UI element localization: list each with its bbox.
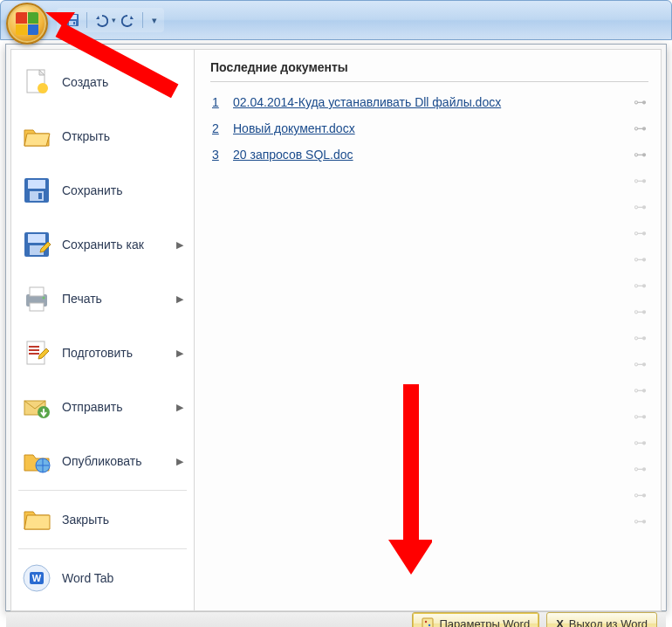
recent-documents-list: 102.04.2014-Куда устанавливать Dll файлы… bbox=[210, 89, 648, 168]
menu-item-label: Закрыть bbox=[62, 513, 109, 527]
pin-placeholder-icon: ⊶ bbox=[210, 299, 648, 325]
open-folder-icon bbox=[22, 121, 51, 151]
svg-point-26 bbox=[429, 624, 430, 626]
submenu-arrow-icon: ▶ bbox=[176, 293, 183, 305]
pin-placeholder-icon: ⊶ bbox=[210, 430, 648, 456]
word-options-label: Параметры Word bbox=[439, 617, 530, 628]
recent-doc-number: 2 bbox=[212, 121, 223, 135]
save-disk-icon bbox=[22, 176, 51, 205]
options-icon bbox=[422, 617, 434, 627]
printer-icon bbox=[22, 284, 51, 314]
menu-left-column: СоздатьОткрытьСохранитьСохранить как▶Печ… bbox=[11, 50, 195, 610]
pin-placeholder-icon: ⊶ bbox=[210, 272, 648, 299]
pin-icon[interactable]: ⊶ bbox=[634, 121, 647, 136]
pin-placeholder-icon: ⊶ bbox=[210, 194, 648, 220]
menu-item-label: Создать bbox=[62, 75, 108, 89]
menu-item-label: Открыть bbox=[62, 129, 110, 143]
menu-item-label: Опубликовать bbox=[62, 454, 142, 468]
recent-doc-name[interactable]: 02.04.2014-Куда устанавливать Dll файлы.… bbox=[233, 95, 623, 109]
menu-item-open[interactable]: Открыть bbox=[15, 109, 190, 163]
submenu-arrow-icon: ▶ bbox=[176, 402, 183, 413]
exit-word-label: Выход из Word bbox=[569, 617, 648, 628]
menu-item-close[interactable]: Закрыть bbox=[15, 493, 190, 547]
menu-item-label: Печать bbox=[62, 292, 102, 306]
svg-rect-11 bbox=[28, 234, 45, 243]
pin-placeholder-icon: ⊶ bbox=[210, 508, 648, 534]
publish-icon bbox=[22, 446, 51, 476]
new-doc-icon bbox=[22, 67, 51, 97]
menu-item-prepare[interactable]: Подготовить▶ bbox=[15, 326, 190, 380]
svg-rect-1 bbox=[68, 15, 77, 19]
prepare-icon bbox=[22, 338, 51, 368]
menu-item-wordtab[interactable]: WWord Tab bbox=[15, 551, 190, 605]
save-icon[interactable] bbox=[64, 11, 81, 29]
undo-icon[interactable] bbox=[93, 11, 110, 29]
send-icon bbox=[22, 392, 51, 422]
svg-rect-14 bbox=[30, 287, 44, 296]
menu-item-label: Подготовить bbox=[62, 346, 133, 360]
pin-placeholder-icon: ⊶ bbox=[210, 220, 648, 246]
menu-item-label: Сохранить bbox=[62, 183, 123, 197]
office-menu-panel: СоздатьОткрытьСохранитьСохранить как▶Печ… bbox=[5, 44, 667, 611]
pin-placeholder-icon: ⊶ bbox=[210, 456, 648, 482]
menu-item-label: Сохранить как bbox=[62, 238, 144, 251]
word-options-button[interactable]: Параметры Word bbox=[412, 612, 539, 627]
quick-access-toolbar: ▾ ▾ bbox=[57, 8, 164, 32]
svg-rect-7 bbox=[28, 180, 45, 189]
recent-document-item[interactable]: 2Новый документ.docx⊶ bbox=[210, 115, 648, 141]
title-bar: ▾ ▾ bbox=[0, 0, 672, 40]
svg-point-5 bbox=[38, 83, 48, 93]
submenu-arrow-icon: ▶ bbox=[176, 456, 183, 467]
pin-placeholder-icon: ⊶ bbox=[210, 168, 648, 194]
submenu-arrow-icon: ▶ bbox=[176, 348, 183, 359]
menu-item-label: Отправить bbox=[62, 400, 122, 414]
pin-placeholder-icon: ⊶ bbox=[210, 403, 648, 430]
menu-item-new[interactable]: Создать bbox=[15, 55, 190, 109]
recent-doc-number: 3 bbox=[212, 148, 223, 162]
pin-placeholder-icon: ⊶ bbox=[210, 377, 648, 403]
svg-point-25 bbox=[425, 621, 427, 623]
word-tab-icon: W bbox=[22, 563, 51, 593]
recent-documents-title: Последние документы bbox=[210, 60, 648, 82]
menu-item-print[interactable]: Печать▶ bbox=[15, 272, 190, 326]
pin-icon[interactable]: ⊶ bbox=[634, 94, 647, 110]
recent-documents-panel: Последние документы 102.04.2014-Куда уст… bbox=[195, 50, 661, 610]
qat-customize-icon[interactable]: ▾ bbox=[152, 15, 157, 26]
recent-doc-name[interactable]: Новый документ.docx bbox=[233, 121, 623, 135]
recent-doc-number: 1 bbox=[212, 95, 223, 109]
pin-placeholder-icon: ⊶ bbox=[210, 351, 648, 377]
pin-placeholder-icon: ⊶ bbox=[210, 325, 648, 351]
menu-item-save[interactable]: Сохранить bbox=[15, 163, 190, 217]
close-folder-icon bbox=[22, 505, 51, 534]
menu-footer: Параметры Word X Выход из Word bbox=[6, 611, 666, 627]
svg-rect-9 bbox=[38, 193, 42, 199]
recent-document-item[interactable]: 102.04.2014-Куда устанавливать Dll файлы… bbox=[210, 89, 648, 115]
pin-placeholder-icon: ⊶ bbox=[210, 482, 648, 508]
svg-rect-24 bbox=[422, 618, 433, 627]
pin-icon[interactable]: ⊶ bbox=[634, 147, 647, 162]
exit-word-button[interactable]: X Выход из Word bbox=[546, 612, 657, 627]
svg-point-16 bbox=[43, 297, 45, 300]
menu-item-label: Word Tab bbox=[62, 571, 113, 585]
redo-icon[interactable] bbox=[120, 11, 137, 29]
menu-item-saveas[interactable]: Сохранить как▶ bbox=[15, 217, 190, 272]
office-logo-icon bbox=[16, 12, 38, 35]
pin-placeholder-icon: ⊶ bbox=[210, 246, 648, 272]
menu-item-send[interactable]: Отправить▶ bbox=[15, 380, 190, 434]
save-as-icon bbox=[22, 230, 51, 259]
svg-text:W: W bbox=[32, 573, 42, 583]
menu-body: СоздатьОткрытьСохранитьСохранить как▶Печ… bbox=[10, 49, 662, 611]
undo-dropdown-icon[interactable]: ▾ bbox=[112, 16, 116, 24]
svg-rect-3 bbox=[73, 22, 75, 24]
recent-document-item[interactable]: 320 запросов SQL.doc⊶ bbox=[210, 141, 648, 168]
close-x-icon: X bbox=[556, 617, 564, 628]
office-button[interactable] bbox=[6, 3, 48, 45]
menu-item-publish[interactable]: Опубликовать▶ bbox=[15, 434, 190, 488]
svg-rect-15 bbox=[30, 303, 44, 311]
submenu-arrow-icon: ▶ bbox=[176, 239, 183, 251]
recent-doc-name[interactable]: 20 запросов SQL.doc bbox=[233, 148, 623, 162]
